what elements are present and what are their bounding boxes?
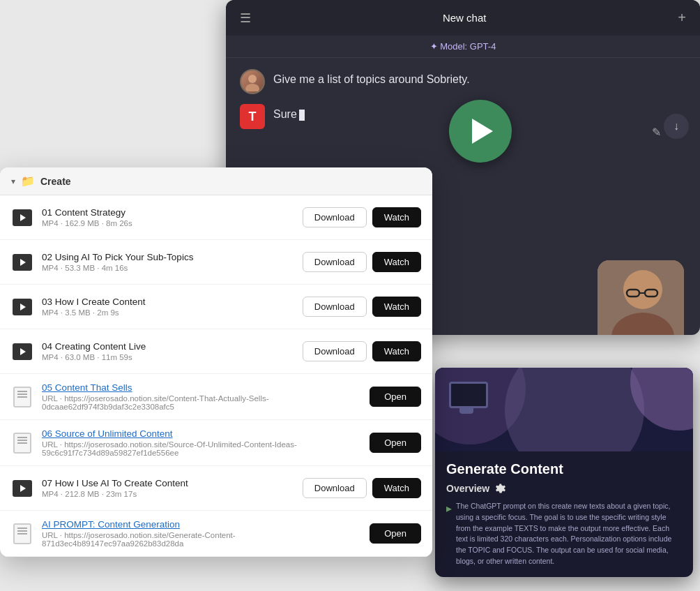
video-icon bbox=[11, 341, 33, 363]
scroll-down-button[interactable]: ↓ bbox=[664, 114, 689, 139]
model-bar: ✦ Model: GPT-4 bbox=[226, 36, 700, 58]
file-meta: MP4 · 3.5 MB · 2m 9s bbox=[42, 308, 303, 317]
thumbnail-avatar bbox=[595, 258, 686, 335]
file-name: AI PROMPT: Content Generation bbox=[42, 519, 370, 530]
list-item: AI PROMPT: Content Generation URL · http… bbox=[0, 511, 432, 557]
file-meta: URL · https://joserosado.notion.site/Con… bbox=[42, 394, 370, 411]
file-list-window: ▾ 📁 Create 01 Content Strategy MP4 · 162… bbox=[0, 167, 432, 557]
file-meta: URL · https://joserosado.notion.site/Gen… bbox=[42, 531, 370, 548]
file-list-title: Create bbox=[40, 176, 71, 187]
user-message-text: Give me a list of topics around Sobriety… bbox=[273, 69, 470, 86]
content-card-body: Generate Content Overview ▸ The ChatGPT … bbox=[435, 451, 693, 577]
download-button[interactable]: Download bbox=[303, 341, 367, 361]
typing-cursor bbox=[299, 110, 305, 121]
list-item: 01 Content Strategy MP4 · 162.9 MB · 8m … bbox=[0, 195, 432, 240]
svg-point-1 bbox=[245, 84, 259, 91]
video-icon bbox=[11, 207, 33, 229]
assistant-avatar: T bbox=[240, 104, 265, 129]
model-label: ✦ Model: GPT-4 bbox=[430, 41, 496, 52]
video-icon bbox=[11, 477, 33, 500]
file-meta: MP4 · 63.0 MB · 11m 59s bbox=[42, 353, 303, 361]
file-meta: URL · https://joserosado.notion.site/Sou… bbox=[42, 440, 370, 457]
expand-icon[interactable]: ▾ bbox=[11, 177, 15, 186]
file-actions: Download Watch bbox=[303, 207, 421, 227]
file-meta: MP4 · 162.9 MB · 8m 26s bbox=[42, 219, 303, 227]
doc-icon bbox=[11, 432, 33, 454]
doc-icon bbox=[11, 386, 33, 408]
bullet-icon: ▸ bbox=[446, 502, 452, 515]
open-button[interactable]: Open bbox=[370, 433, 421, 453]
download-button[interactable]: Download bbox=[303, 252, 367, 272]
file-name: 06 Source of Unlimited Content bbox=[42, 428, 370, 439]
file-actions: Open bbox=[370, 523, 421, 544]
download-button[interactable]: Download bbox=[303, 207, 367, 227]
file-name: 02 Using AI To Pick Your Sub-Topics bbox=[42, 252, 303, 262]
assistant-message-text: Sure bbox=[273, 104, 305, 121]
file-actions: Download Watch bbox=[303, 297, 421, 317]
user-avatar-icon bbox=[241, 70, 264, 93]
list-item: 07 How I Use AI To Create Content MP4 · … bbox=[0, 466, 432, 511]
list-item: 04 Creating Content Live MP4 · 63.0 MB ·… bbox=[0, 329, 432, 374]
file-list-header: ▾ 📁 Create bbox=[0, 167, 432, 195]
file-info: 07 How I Use AI To Create Content MP4 · … bbox=[42, 478, 303, 498]
file-actions: Open bbox=[370, 387, 421, 407]
doc-icon bbox=[11, 523, 33, 545]
file-actions: Download Watch bbox=[303, 478, 421, 498]
file-info: 02 Using AI To Pick Your Sub-Topics MP4 … bbox=[42, 252, 303, 272]
new-chat-button[interactable]: + bbox=[678, 10, 686, 26]
file-info: 04 Creating Content Live MP4 · 63.0 MB ·… bbox=[42, 341, 303, 361]
overview-row: Overview bbox=[446, 483, 682, 494]
file-meta: MP4 · 53.3 MB · 4m 16s bbox=[42, 264, 303, 272]
download-button[interactable]: Download bbox=[303, 478, 367, 498]
file-name: 03 How I Create Content bbox=[42, 297, 303, 307]
chat-titlebar: ☰ New chat + bbox=[226, 0, 700, 36]
open-button[interactable]: Open bbox=[370, 523, 421, 544]
user-message: Give me a list of topics around Sobriety… bbox=[240, 69, 686, 94]
file-actions: Download Watch bbox=[303, 252, 421, 272]
open-button[interactable]: Open bbox=[370, 387, 421, 407]
list-item: 06 Source of Unlimited Content URL · htt… bbox=[0, 420, 432, 466]
list-item: 02 Using AI To Pick Your Sub-Topics MP4 … bbox=[0, 240, 432, 285]
monitor-icon bbox=[449, 382, 484, 408]
file-actions: Open bbox=[370, 433, 421, 453]
watch-button[interactable]: Watch bbox=[372, 207, 421, 227]
file-meta: MP4 · 212.8 MB · 23m 17s bbox=[42, 490, 303, 498]
svg-point-0 bbox=[248, 75, 257, 83]
content-card-header bbox=[435, 368, 693, 451]
person-silhouette bbox=[598, 260, 684, 335]
file-name: 04 Creating Content Live bbox=[42, 341, 303, 352]
list-item: 05 Content That Sells URL · https://jose… bbox=[0, 374, 432, 420]
video-icon bbox=[11, 296, 33, 318]
hamburger-icon[interactable]: ☰ bbox=[240, 10, 251, 26]
file-name: 07 How I Use AI To Create Content bbox=[42, 478, 303, 488]
play-triangle-icon bbox=[472, 119, 493, 144]
file-info: 01 Content Strategy MP4 · 162.9 MB · 8m … bbox=[42, 207, 303, 227]
file-name: 05 Content That Sells bbox=[42, 382, 370, 393]
watch-button[interactable]: Watch bbox=[372, 341, 421, 361]
file-info: 03 How I Create Content MP4 · 3.5 MB · 2… bbox=[42, 297, 303, 317]
content-card-title: Generate Content bbox=[446, 461, 682, 477]
folder-icon: 📁 bbox=[21, 174, 35, 188]
file-info: 06 Source of Unlimited Content URL · htt… bbox=[42, 428, 370, 457]
content-description: The ChatGPT prompt on this create new te… bbox=[456, 501, 682, 567]
description-block: ▸ The ChatGPT prompt on this create new … bbox=[446, 501, 682, 567]
file-actions: Download Watch bbox=[303, 341, 421, 361]
watch-button[interactable]: Watch bbox=[372, 252, 421, 272]
download-button[interactable]: Download bbox=[303, 297, 367, 317]
file-info: AI PROMPT: Content Generation URL · http… bbox=[42, 519, 370, 548]
gear-icon bbox=[495, 483, 506, 494]
overview-label: Overview bbox=[446, 483, 489, 494]
file-info: 05 Content That Sells URL · https://jose… bbox=[42, 382, 370, 411]
user-avatar bbox=[240, 69, 265, 94]
watch-button[interactable]: Watch bbox=[372, 297, 421, 317]
watch-button[interactable]: Watch bbox=[372, 478, 421, 498]
play-button[interactable] bbox=[449, 100, 512, 163]
list-item: 03 How I Create Content MP4 · 3.5 MB · 2… bbox=[0, 285, 432, 329]
chat-title: New chat bbox=[443, 12, 487, 24]
video-icon bbox=[11, 251, 33, 274]
edit-button[interactable]: ✎ bbox=[652, 126, 661, 139]
file-name: 01 Content Strategy bbox=[42, 207, 303, 218]
chat-messages: Give me a list of topics around Sobriety… bbox=[226, 58, 700, 150]
content-card: Generate Content Overview ▸ The ChatGPT … bbox=[435, 368, 693, 577]
